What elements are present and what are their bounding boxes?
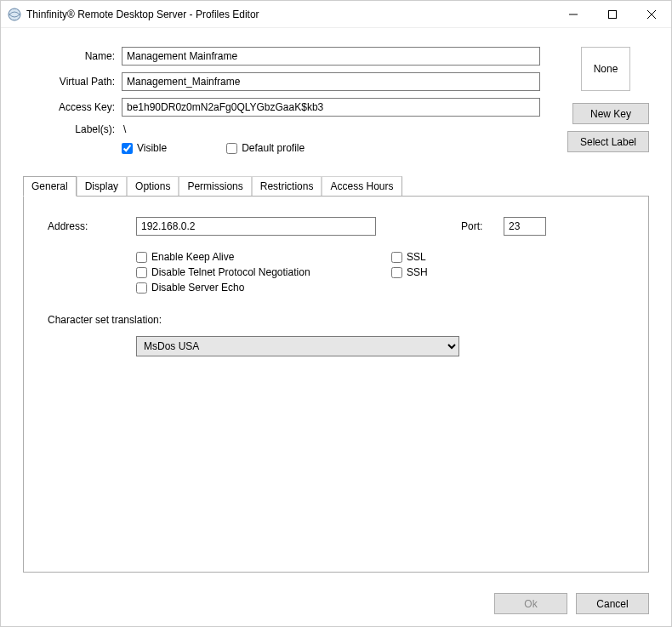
minimize-button[interactable] — [554, 2, 593, 27]
maximize-button[interactable] — [593, 2, 632, 27]
window-title: Thinfinity® Remote Desktop Server - Prof… — [26, 9, 554, 20]
ok-button[interactable]: Ok — [494, 593, 567, 614]
default-profile-checkbox[interactable] — [226, 143, 237, 154]
disable-echo-checkbox-wrap[interactable]: Disable Server Echo — [136, 282, 391, 294]
ssh-checkbox-wrap[interactable]: SSH — [391, 266, 476, 278]
disable-telnet-checkbox[interactable] — [136, 267, 147, 278]
disable-echo-label: Disable Server Echo — [151, 282, 244, 294]
labels-value: \ — [122, 123, 540, 135]
visible-checkbox-wrap[interactable]: Visible — [122, 142, 167, 154]
ssl-label: SSL — [407, 251, 426, 263]
titlebar: Thinfinity® Remote Desktop Server - Prof… — [1, 1, 671, 28]
svg-point-0 — [9, 9, 20, 20]
keep-alive-label: Enable Keep Alive — [151, 251, 234, 263]
address-input[interactable] — [136, 217, 376, 236]
address-label: Address: — [48, 220, 136, 232]
tab-options[interactable]: Options — [127, 176, 179, 196]
profile-header-form: None Name: Virtual Path: Access Key: Lab… — [23, 47, 649, 154]
app-icon — [8, 8, 21, 21]
virtual-path-input[interactable] — [122, 72, 540, 91]
ssh-label: SSH — [407, 266, 428, 278]
virtual-path-label: Virtual Path: — [23, 76, 122, 88]
window-controls — [554, 2, 671, 27]
disable-echo-checkbox[interactable] — [136, 282, 147, 294]
visible-checkbox-label: Visible — [137, 142, 167, 154]
tab-panel-general: Address: Port: Enable Keep Alive SSL — [23, 196, 649, 573]
visible-checkbox[interactable] — [122, 143, 133, 154]
tab-display[interactable]: Display — [77, 176, 127, 196]
select-label-button[interactable]: Select Label — [567, 131, 649, 152]
tab-restrictions[interactable]: Restrictions — [252, 176, 322, 196]
tab-strip: General Display Options Permissions Rest… — [23, 176, 649, 196]
keep-alive-checkbox[interactable] — [136, 252, 147, 263]
name-input[interactable] — [122, 47, 540, 66]
default-profile-checkbox-label: Default profile — [242, 142, 305, 154]
disable-telnet-checkbox-wrap[interactable]: Disable Telnet Protocol Negotiation — [136, 266, 391, 278]
labels-label: Label(s): — [23, 123, 122, 135]
close-button[interactable] — [632, 2, 671, 27]
tabs-container: General Display Options Permissions Rest… — [23, 176, 649, 573]
charset-select[interactable]: MsDos USA — [136, 336, 459, 356]
keep-alive-checkbox-wrap[interactable]: Enable Keep Alive — [136, 251, 391, 263]
new-key-button[interactable]: New Key — [572, 103, 649, 124]
tab-general[interactable]: General — [23, 176, 77, 197]
content-area: None Name: Virtual Path: Access Key: Lab… — [1, 28, 671, 581]
cancel-button[interactable]: Cancel — [576, 593, 649, 614]
access-key-input[interactable] — [122, 98, 540, 117]
charset-label: Character set translation: — [48, 314, 624, 326]
disable-telnet-label: Disable Telnet Protocol Negotiation — [151, 266, 310, 278]
ssh-checkbox[interactable] — [391, 267, 402, 278]
access-key-label: Access Key: — [23, 101, 122, 113]
svg-rect-2 — [609, 10, 617, 18]
name-label: Name: — [23, 50, 122, 62]
ssl-checkbox-wrap[interactable]: SSL — [391, 251, 476, 263]
tab-access-hours[interactable]: Access Hours — [322, 176, 401, 196]
thumbnail-none[interactable]: None — [581, 47, 630, 91]
default-profile-checkbox-wrap[interactable]: Default profile — [226, 142, 305, 154]
dialog-footer: Ok Cancel — [1, 581, 671, 626]
port-input[interactable] — [504, 217, 546, 236]
ssl-checkbox[interactable] — [391, 252, 402, 263]
tab-permissions[interactable]: Permissions — [179, 176, 251, 196]
port-label: Port: — [461, 220, 495, 232]
window-frame: Thinfinity® Remote Desktop Server - Prof… — [0, 0, 672, 627]
